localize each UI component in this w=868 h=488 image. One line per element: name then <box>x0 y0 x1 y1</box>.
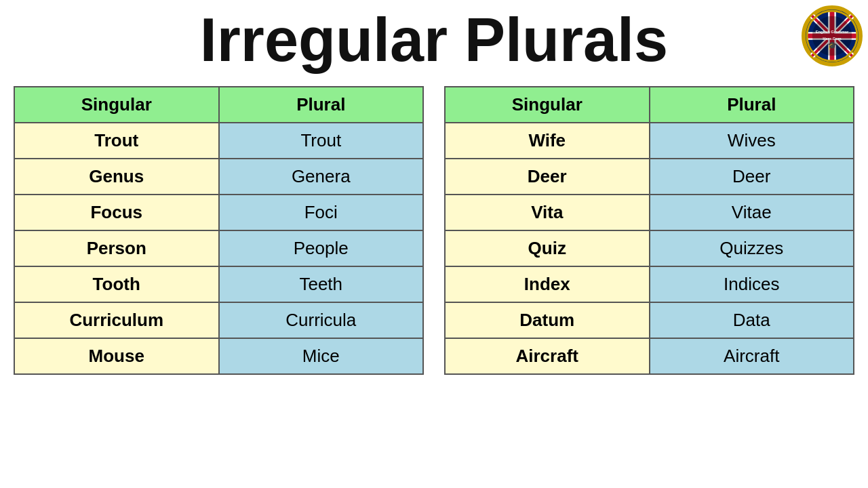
table-row: GenusGenera <box>14 159 423 195</box>
plural-cell: People <box>219 230 424 266</box>
table-row: DeerDeer <box>445 159 854 195</box>
plural-cell: Vitae <box>650 195 854 230</box>
plural-cell: Curricula <box>219 302 424 338</box>
singular-cell: Genus <box>14 159 219 195</box>
singular-cell: Aircraft <box>445 338 650 374</box>
logo-circle: English Grammar Here.Com 🎓 <box>804 7 861 64</box>
table-row: MouseMice <box>14 338 423 374</box>
tables-container: Singular Plural TroutTroutGenusGeneraFoc… <box>0 86 868 375</box>
table-row: VitaVitae <box>445 195 854 230</box>
left-table-singular-header: Singular <box>14 87 219 123</box>
singular-cell: Quiz <box>445 230 650 266</box>
plural-cell: Teeth <box>219 266 424 302</box>
left-table-plural-header: Plural <box>219 87 424 123</box>
table-row: PersonPeople <box>14 230 423 266</box>
right-table-plural-header: Plural <box>650 87 854 123</box>
logo-svg: English Grammar Here.Com 🎓 <box>806 9 859 63</box>
singular-cell: Vita <box>445 195 650 230</box>
right-table: Singular Plural WifeWivesDeerDeerVitaVit… <box>444 86 854 375</box>
plural-cell: Aircraft <box>650 338 854 374</box>
table-row: CurriculumCurricula <box>14 302 423 338</box>
table-row: FocusFoci <box>14 195 423 230</box>
table-row: ToothTeeth <box>14 266 423 302</box>
table-row: AircraftAircraft <box>445 338 854 374</box>
plural-cell: Wives <box>650 123 854 159</box>
singular-cell: Index <box>445 266 650 302</box>
table-row: QuizQuizzes <box>445 230 854 266</box>
plural-cell: Indices <box>650 266 854 302</box>
plural-cell: Trout <box>219 123 424 159</box>
singular-cell: Wife <box>445 123 650 159</box>
left-table: Singular Plural TroutTroutGenusGeneraFoc… <box>14 86 424 375</box>
plural-cell: Quizzes <box>650 230 854 266</box>
singular-cell: Focus <box>14 195 219 230</box>
singular-cell: Mouse <box>14 338 219 374</box>
table-row: TroutTrout <box>14 123 423 159</box>
table-row: DatumData <box>445 302 854 338</box>
right-table-singular-header: Singular <box>445 87 650 123</box>
plural-cell: Foci <box>219 195 424 230</box>
page-title: Irregular Plurals <box>0 0 868 86</box>
plural-cell: Mice <box>219 338 424 374</box>
logo: English Grammar Here.Com 🎓 <box>802 5 863 66</box>
singular-cell: Trout <box>14 123 219 159</box>
plural-cell: Genera <box>219 159 424 195</box>
svg-text:English Grammar: English Grammar <box>816 30 849 34</box>
singular-cell: Tooth <box>14 266 219 302</box>
singular-cell: Datum <box>445 302 650 338</box>
singular-cell: Curriculum <box>14 302 219 338</box>
table-row: IndexIndices <box>445 266 854 302</box>
table-row: WifeWives <box>445 123 854 159</box>
singular-cell: Deer <box>445 159 650 195</box>
plural-cell: Deer <box>650 159 854 195</box>
plural-cell: Data <box>650 302 854 338</box>
singular-cell: Person <box>14 230 219 266</box>
svg-text:🎓: 🎓 <box>827 41 837 50</box>
